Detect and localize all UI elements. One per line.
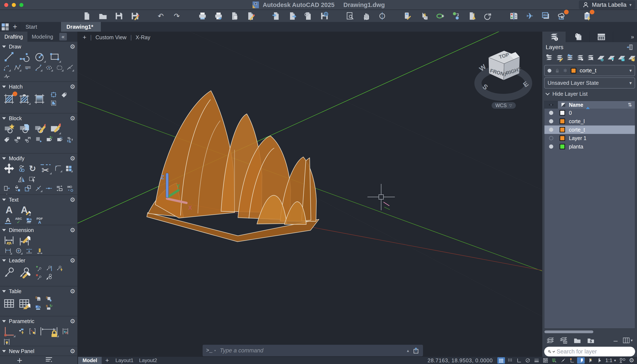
ortho-mode-toggle[interactable] [515, 357, 523, 364]
purge-button[interactable] [467, 11, 477, 21]
table-style-tool[interactable]: A [34, 304, 42, 312]
join-tool[interactable] [45, 184, 53, 192]
layer-row[interactable]: planta [544, 142, 635, 151]
text-edit-tool[interactable]: A [18, 204, 31, 216]
open-file-button[interactable] [98, 11, 108, 21]
rotate-tool[interactable]: ↻ [28, 164, 37, 172]
constraint-sync-tool[interactable]: ↻↺ [61, 327, 70, 335]
snap-mode-toggle[interactable] [506, 357, 514, 364]
remove-leader-tool[interactable] [34, 273, 42, 281]
squiggle-tool[interactable] [2, 72, 11, 80]
columns-button[interactable]: ▾ [622, 335, 634, 346]
collect-leader-tool[interactable] [45, 273, 53, 281]
wcs-selector[interactable]: WCS ▽ [492, 102, 516, 109]
viewport-add-button[interactable]: + [83, 34, 86, 41]
stretch-tool[interactable] [2, 184, 11, 192]
layer-isolate-button[interactable] [576, 53, 585, 63]
new-layer-button[interactable] [546, 335, 555, 346]
system-settings-button[interactable] [403, 11, 413, 21]
boundary-tool[interactable] [49, 91, 58, 99]
array-tool[interactable] [64, 164, 73, 172]
drawing-viewport[interactable]: Z Y X + | Custom View | X-Ray W S E [0, 32, 542, 357]
gear-icon[interactable]: ⚙ [70, 115, 75, 122]
polar-tracking-toggle[interactable] [524, 357, 532, 364]
view-control[interactable]: Custom View [96, 34, 126, 40]
horizontal-scrollbar[interactable] [544, 330, 593, 333]
layer-on-toggle[interactable] [549, 119, 553, 123]
select-similar-tool[interactable] [28, 176, 36, 184]
share-command-icon[interactable] [412, 347, 420, 354]
jogged-dimension-tool[interactable] [25, 247, 33, 255]
command-input[interactable] [219, 347, 404, 354]
section-caret-icon[interactable] [2, 46, 6, 50]
osnap-tracking-toggle[interactable] [568, 357, 576, 364]
share-button[interactable]: ✈ [525, 11, 535, 21]
performance-snapshot-button[interactable] [541, 11, 551, 21]
layer-freeze-button[interactable]: ❄ [596, 53, 605, 63]
auto-constrain-tool[interactable] [18, 327, 26, 335]
gear-icon[interactable]: ⚙ [70, 257, 75, 264]
opera-house-3d-model[interactable] [147, 91, 319, 242]
match-properties-tool[interactable] [66, 184, 74, 192]
tab-layers[interactable] [542, 32, 566, 42]
gear-icon[interactable]: ⚙ [70, 348, 75, 355]
tab-xref[interactable] [566, 32, 590, 42]
section-caret-icon[interactable] [2, 157, 6, 162]
spell-check-tool[interactable]: ABC✓ [14, 216, 23, 224]
minimize-button[interactable] [12, 3, 16, 7]
mtext-tool[interactable]: A [2, 204, 16, 216]
layer-on-toggle[interactable] [549, 111, 553, 115]
pdf-import-text-tool[interactable]: PDFA [36, 216, 44, 224]
gear-icon[interactable]: ⚙ [70, 43, 75, 50]
tab-modeling[interactable]: Modeling [28, 32, 58, 42]
layer-lock-button[interactable] [617, 53, 626, 63]
3d-osnap-toggle[interactable] [560, 357, 567, 364]
layer-color-swatch[interactable] [560, 118, 565, 124]
copy-tool[interactable] [18, 164, 26, 172]
visibility-column-header[interactable] [544, 101, 558, 108]
layer-color-swatch[interactable] [560, 136, 565, 141]
panel-overflow-button[interactable]: » [628, 32, 637, 42]
tab-model[interactable]: Model [78, 357, 102, 364]
trim-tool[interactable]: ✂ [39, 162, 52, 174]
section-caret-icon[interactable] [2, 320, 6, 324]
layer-row[interactable]: 0 [544, 108, 635, 117]
count-button[interactable] [483, 11, 493, 21]
layer-unisolate-button[interactable] [586, 53, 595, 63]
scale-tool[interactable] [24, 184, 32, 192]
name-column-header[interactable]: Name ⇅ [558, 101, 635, 108]
layer-row[interactable]: corte_l [544, 117, 635, 126]
tab-sheet-set[interactable] [590, 32, 613, 42]
new-layout-button[interactable]: + [102, 357, 113, 364]
new-group-filter-button[interactable] [573, 335, 582, 346]
group-button[interactable] [435, 11, 445, 21]
multiline-tool[interactable] [24, 64, 32, 72]
attribute-display-tool[interactable] [55, 136, 64, 144]
attach-button[interactable] [303, 11, 314, 21]
gear-icon[interactable]: ⚙ [70, 226, 75, 234]
section-caret-icon[interactable] [2, 199, 6, 203]
polyline-tool[interactable] [13, 64, 22, 72]
block-attribute-manager-tool[interactable] [13, 136, 22, 144]
current-layer-dropdown[interactable]: ❄ corte_t ▾ [544, 65, 635, 76]
dimension-edit-tool[interactable] [18, 234, 31, 246]
dock-panel-icon[interactable] [626, 44, 634, 51]
geometric-constraint-tool[interactable] [2, 325, 16, 338]
annotation-scale-control[interactable]: 1:1 ▾ [604, 358, 618, 363]
break-at-point-tool[interactable] [34, 184, 42, 192]
command-line[interactable]: >_ ▾ ▴ [202, 344, 423, 356]
section-caret-icon[interactable] [2, 350, 6, 354]
list-options-button[interactable] [44, 355, 54, 364]
command-prompt[interactable]: >_ ▾ [206, 348, 216, 354]
layer-on-toggle[interactable] [549, 144, 553, 149]
layer-previous-button[interactable] [566, 53, 574, 63]
view-cube[interactable]: W S E TOP FRONT RIGHT [472, 47, 536, 110]
circle-tool[interactable] [33, 50, 46, 63]
revision-cloud-tool[interactable] [55, 64, 64, 72]
data-link-tool[interactable]: S [34, 295, 42, 303]
visual-style-control[interactable]: X-Ray [136, 34, 150, 40]
start-grid-button[interactable] [0, 22, 10, 32]
layer-color-swatch[interactable] [571, 68, 576, 74]
align-leader-tool[interactable] [45, 264, 53, 272]
section-caret-icon[interactable] [2, 260, 6, 264]
